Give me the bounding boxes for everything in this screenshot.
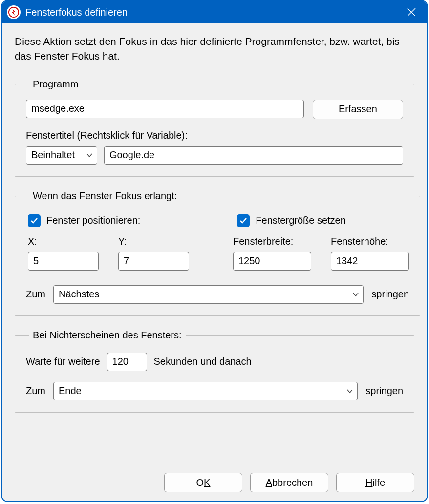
jump-prefix: Zum: [26, 385, 45, 397]
close-icon: [407, 8, 416, 17]
help-button[interactable]: Hilfe: [336, 473, 414, 492]
wait-prefix: Warte für weitere: [26, 356, 100, 367]
group-noshow-legend: Bei Nichterscheinen des Fensters:: [29, 330, 186, 341]
onfocus-jump-select[interactable]: Nächstes: [53, 285, 364, 304]
x-input[interactable]: [28, 252, 99, 271]
jump-suffix: springen: [365, 385, 403, 397]
group-program-legend: Programm: [29, 79, 82, 90]
group-noshow: Bei Nichterscheinen des Fensters: Warte …: [15, 330, 414, 413]
chevron-down-icon: [86, 152, 93, 159]
cancel-button[interactable]: Abbrechen: [250, 473, 328, 492]
width-input[interactable]: [233, 252, 311, 271]
chevron-down-icon: [352, 291, 359, 298]
window-title: Fensterfokus definieren: [25, 7, 402, 18]
y-label: Y:: [118, 236, 189, 247]
app-icon: [7, 5, 21, 19]
group-program: Programm Erfassen Fenstertitel (Rechtskl…: [15, 79, 414, 177]
title-match-select[interactable]: Beinhaltet: [26, 146, 97, 165]
y-input[interactable]: [118, 252, 189, 271]
checkbox-checked-icon: [237, 214, 250, 227]
ok-button[interactable]: OK: [164, 473, 242, 492]
window-title-label: Fenstertitel (Rechtsklick für Variable):: [26, 130, 403, 141]
titlebar: Fensterfokus definieren: [2, 1, 427, 23]
window-title-input[interactable]: [104, 146, 403, 165]
x-label: X:: [28, 236, 99, 247]
wait-seconds-input[interactable]: [107, 353, 147, 371]
jump-prefix: Zum: [26, 289, 45, 300]
group-onfocus: Wenn das Fenster Fokus erlangt: Fenster …: [15, 190, 420, 316]
close-button[interactable]: [402, 2, 421, 22]
checkbox-set-size[interactable]: Fenstergröße setzen: [237, 214, 346, 227]
height-label: Fensterhöhe:: [331, 236, 409, 247]
program-exe-input[interactable]: [26, 100, 304, 118]
noshow-jump-select[interactable]: Ende: [53, 382, 358, 400]
chevron-down-icon: [346, 388, 353, 395]
dialog-description: Diese Aktion setzt den Fokus in das hier…: [15, 34, 414, 64]
wait-suffix: Sekunden und danach: [154, 356, 252, 367]
checkbox-checked-icon: [28, 214, 41, 227]
width-label: Fensterbreite:: [233, 236, 311, 247]
group-onfocus-legend: Wenn das Fenster Fokus erlangt:: [29, 190, 181, 202]
checkbox-position-window[interactable]: Fenster positionieren:: [28, 214, 140, 227]
height-input[interactable]: [331, 252, 409, 271]
capture-button[interactable]: Erfassen: [313, 100, 403, 119]
jump-suffix: springen: [371, 289, 409, 300]
dialog-window: Fensterfokus definieren Diese Aktion set…: [1, 0, 428, 502]
